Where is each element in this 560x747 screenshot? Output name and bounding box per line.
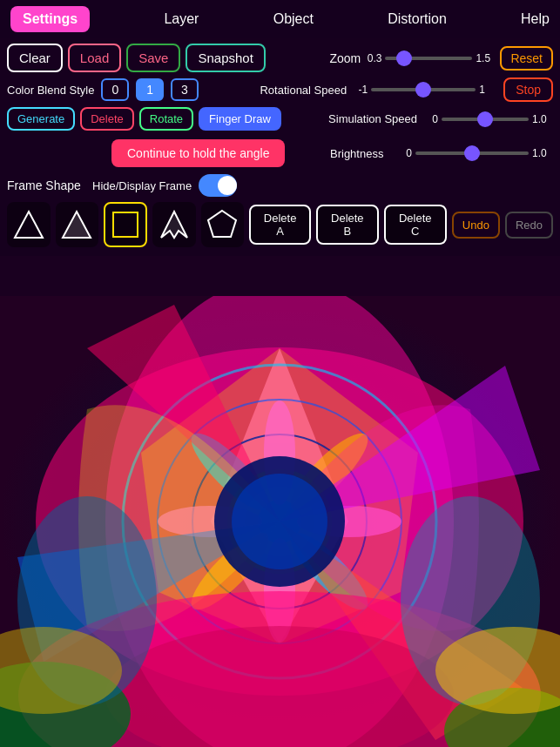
sim-speed-label: Simulation Speed xyxy=(328,112,417,125)
brightness-min-label: 0 xyxy=(395,147,412,159)
rot-speed-section: Rotational Speed -1 1 Stop xyxy=(260,77,553,102)
rot-min-label: -1 xyxy=(350,84,368,96)
rot-speed-label: Rotational Speed xyxy=(260,84,347,97)
generate-button[interactable]: Generate xyxy=(7,107,75,131)
svg-point-20 xyxy=(232,474,327,569)
help-tab[interactable]: Help xyxy=(521,11,550,27)
row2: Color Blend Style 0 1 3 Rotational Speed… xyxy=(7,77,553,102)
zoom-max-label: 1.5 xyxy=(476,52,496,64)
rotate-button[interactable]: Rotate xyxy=(139,107,193,131)
row3: Generate Delete Rotate Finger Draw Simul… xyxy=(7,107,553,131)
rot-max-label: 1 xyxy=(479,84,500,96)
hide-display-toggle[interactable] xyxy=(199,174,237,197)
zoom-min-label: 0.3 xyxy=(364,52,381,64)
row1: Clear Load Save Snapshot Zoom 0.3 1.5 Re… xyxy=(7,44,553,72)
snapshot-button[interactable]: Snapshot xyxy=(186,44,265,72)
color-blend-0-button[interactable]: 0 xyxy=(101,78,129,101)
redo-button[interactable]: Redo xyxy=(505,212,553,239)
controls-area: Clear Load Save Snapshot Zoom 0.3 1.5 Re… xyxy=(0,38,560,256)
hide-display-label: Hide/Display Frame xyxy=(92,179,192,192)
rotational-speed-slider[interactable] xyxy=(371,88,476,91)
shape-triangle-filled[interactable] xyxy=(56,202,99,247)
shapes-row: Delete A Delete B Delete C Undo Redo xyxy=(7,202,553,247)
brightness-max-label: 1.0 xyxy=(532,147,553,159)
layer-tab[interactable]: Layer xyxy=(164,11,199,27)
undo-button[interactable]: Undo xyxy=(452,212,500,239)
sim-min-label: 0 xyxy=(421,113,438,125)
reset-button[interactable]: Reset xyxy=(500,46,553,71)
frame-row: Frame Shape Hide/Display Frame xyxy=(7,174,553,197)
top-bar: Settings Layer Object Distortion Help xyxy=(0,0,560,38)
color-blend-1-button[interactable]: 1 xyxy=(136,78,164,101)
simulation-speed-slider[interactable] xyxy=(442,118,529,121)
save-button[interactable]: Save xyxy=(126,44,180,72)
svg-rect-31 xyxy=(113,212,138,237)
svg-marker-32 xyxy=(161,212,187,238)
sim-max-label: 1.0 xyxy=(532,113,553,125)
delete-b-button[interactable]: Delete B xyxy=(316,205,379,245)
delete-a-button[interactable]: Delete A xyxy=(249,205,311,245)
distortion-tab[interactable]: Distortion xyxy=(388,11,447,27)
settings-button[interactable]: Settings xyxy=(10,6,90,32)
finger-draw-button[interactable]: Finger Draw xyxy=(199,107,281,131)
frame-shape-label: Frame Shape xyxy=(7,178,85,192)
load-button[interactable]: Load xyxy=(68,44,121,72)
zoom-slider[interactable] xyxy=(385,57,472,60)
delete-c-button[interactable]: Delete C xyxy=(384,205,447,245)
brightness-section: Brightness 0 1.0 xyxy=(330,147,553,160)
svg-marker-30 xyxy=(63,212,91,238)
shape-chevron[interactable] xyxy=(152,202,196,247)
clear-button[interactable]: Clear xyxy=(7,44,63,72)
brightness-slider[interactable] xyxy=(415,151,529,155)
stop-button[interactable]: Stop xyxy=(503,77,553,102)
sim-speed-section: Simulation Speed 0 1.0 xyxy=(328,112,553,125)
shape-square-selected[interactable] xyxy=(104,202,147,247)
svg-marker-33 xyxy=(208,211,236,237)
angle-message: Continue to hold the angle xyxy=(7,136,285,171)
object-tab[interactable]: Object xyxy=(273,11,314,27)
delete-object-button[interactable]: Delete xyxy=(80,107,134,131)
color-blend-label: Color Blend Style xyxy=(7,84,94,97)
svg-marker-29 xyxy=(15,212,43,238)
shape-pentagon[interactable] xyxy=(201,202,245,247)
shape-triangle-outline[interactable] xyxy=(7,202,51,247)
brightness-label: Brightness xyxy=(330,147,391,160)
zoom-section: Zoom 0.3 1.5 Reset xyxy=(329,46,553,71)
color-blend-3-button[interactable]: 3 xyxy=(171,78,199,101)
zoom-label: Zoom xyxy=(329,51,361,65)
